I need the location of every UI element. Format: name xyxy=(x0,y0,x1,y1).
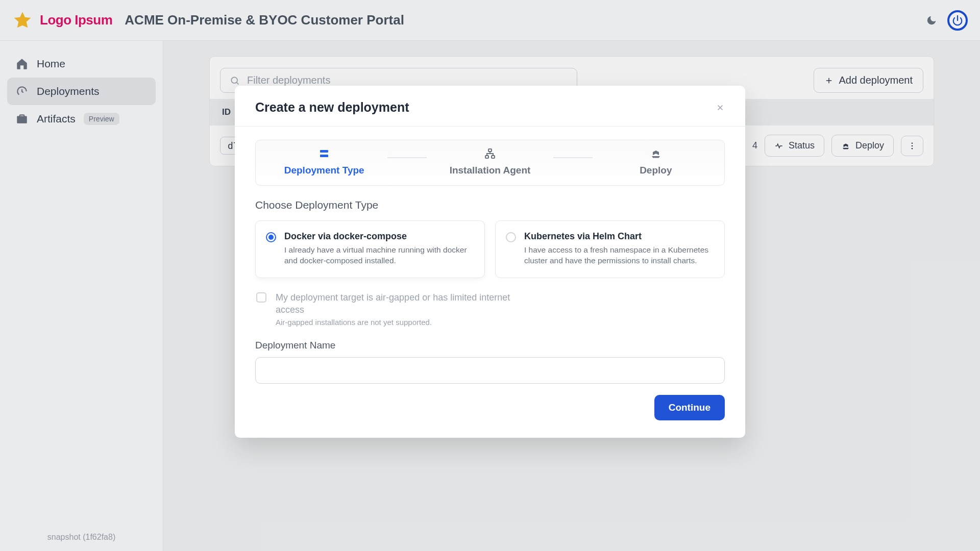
step-sep xyxy=(553,157,592,158)
close-icon xyxy=(716,103,725,112)
option-desc: I have access to a fresh namespace in a … xyxy=(524,245,714,266)
server-icon xyxy=(318,147,330,160)
step-label: Deploy xyxy=(640,165,672,176)
create-deployment-modal: Create a new deployment Deployment Type xyxy=(235,86,745,438)
radio-selected[interactable] xyxy=(266,232,276,242)
airgap-checkbox[interactable] xyxy=(256,292,266,303)
svg-rect-8 xyxy=(492,156,495,158)
airgap-option: My deployment target is air-gapped or ha… xyxy=(256,291,725,327)
step-label: Installation Agent xyxy=(450,165,531,176)
deployment-name-input[interactable] xyxy=(255,357,725,384)
modal-backdrop[interactable]: Create a new deployment Deployment Type xyxy=(0,0,980,551)
section-label: Choose Deployment Type xyxy=(255,199,725,211)
step-deployment-type[interactable]: Deployment Type xyxy=(261,147,387,176)
option-kubernetes[interactable]: Kubernetes via Helm Chart I have access … xyxy=(495,220,725,278)
nodes-icon xyxy=(484,147,496,160)
name-field-label: Deployment Name xyxy=(255,340,725,351)
stepper: Deployment Type Installation Agent Deplo… xyxy=(255,140,725,186)
option-title: Docker via docker-compose xyxy=(284,231,474,242)
close-button[interactable] xyxy=(716,103,725,112)
radio-unselected[interactable] xyxy=(506,232,516,242)
airgap-sublabel: Air-gapped installations are not yet sup… xyxy=(276,318,510,327)
svg-rect-6 xyxy=(488,149,492,152)
option-desc: I already have a virtual machine running… xyxy=(284,245,474,266)
option-docker[interactable]: Docker via docker-compose I already have… xyxy=(255,220,485,278)
continue-button[interactable]: Continue xyxy=(654,395,725,420)
svg-rect-4 xyxy=(320,150,328,153)
option-title: Kubernetes via Helm Chart xyxy=(524,231,714,242)
svg-rect-5 xyxy=(320,155,328,157)
step-label: Deployment Type xyxy=(284,165,364,176)
step-sep xyxy=(387,157,426,158)
airgap-label: My deployment target is air-gapped or ha… xyxy=(276,291,510,316)
svg-rect-7 xyxy=(485,156,488,158)
modal-title: Create a new deployment xyxy=(255,100,409,115)
step-deploy[interactable]: Deploy xyxy=(593,147,719,176)
ship-icon xyxy=(650,147,662,160)
step-installation-agent[interactable]: Installation Agent xyxy=(427,147,553,176)
